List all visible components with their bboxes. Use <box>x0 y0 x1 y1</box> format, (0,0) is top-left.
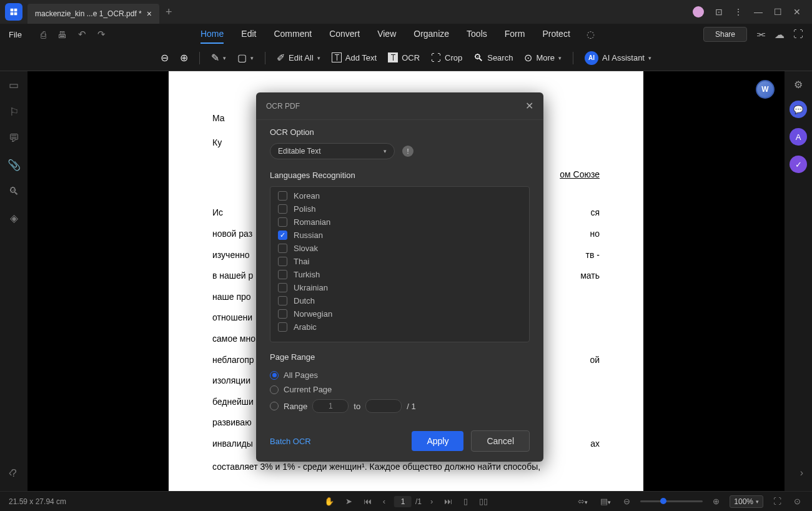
crop-tool[interactable]: ⛶Crop <box>431 52 462 64</box>
zoom-select[interactable]: 100%▾ <box>730 495 763 508</box>
ocr-option-label: OCR Option <box>270 127 530 137</box>
page-number-input[interactable] <box>394 496 412 507</box>
two-page-icon[interactable]: ▯▯ <box>477 495 490 507</box>
current-page-radio[interactable]: Current Page <box>270 382 530 397</box>
link-icon[interactable]: ⫘ <box>756 29 766 40</box>
language-option[interactable]: Dutch <box>270 294 529 307</box>
last-page-icon[interactable]: ⏭ <box>442 495 455 507</box>
range-radio[interactable] <box>270 402 279 410</box>
layers-icon[interactable]: ◈ <box>10 212 18 225</box>
menu-tab-form[interactable]: Form <box>505 25 525 44</box>
fit-width-icon[interactable]: ⬄▾ <box>575 495 590 507</box>
menu-tab-convert[interactable]: Convert <box>329 25 360 44</box>
menu-tab-edit[interactable]: Edit <box>241 25 256 44</box>
ai-chat-icon[interactable]: 💬 <box>790 101 807 118</box>
bookmarks-icon[interactable]: ⚐ <box>9 106 19 119</box>
redo-icon[interactable]: ↷ <box>94 26 109 42</box>
language-option[interactable]: Norwegian <box>270 307 529 320</box>
print-icon[interactable]: 🖶 <box>54 27 71 42</box>
minimize-icon[interactable]: — <box>754 7 763 17</box>
menu-tab-protect[interactable]: Protect <box>542 25 570 44</box>
language-option[interactable]: Slovak <box>270 242 529 255</box>
language-list[interactable]: KoreanPolishRomanianRussianSlovakThaiTur… <box>270 186 530 342</box>
close-window-icon[interactable]: ✕ <box>793 7 801 17</box>
kebab-menu-icon[interactable]: ⋮ <box>734 7 743 17</box>
cloud-icon[interactable]: ☁ <box>775 29 785 41</box>
language-option[interactable]: Russian <box>270 229 529 242</box>
check-icon[interactable]: ✓ <box>790 156 807 173</box>
language-option[interactable]: Arabic <box>270 320 529 334</box>
range-to-input[interactable] <box>365 399 402 413</box>
collapse-right-icon[interactable]: › <box>800 467 803 479</box>
ai-assistant-tool[interactable]: AIAI Assistant▾ <box>585 51 651 65</box>
menu-tab-home[interactable]: Home <box>201 25 224 44</box>
statusbar: 21.59 x 27.94 cm ✋ ➤ ⏮ ‹ /1 › ⏭ ▯ ▯▯ ⬄▾ … <box>0 491 812 511</box>
highlighter-tool[interactable]: ✎▾ <box>211 52 226 64</box>
page-total: /1 <box>415 497 422 506</box>
word-badge-icon[interactable]: W <box>756 80 775 99</box>
menu-tab-comment[interactable]: Comment <box>274 25 312 44</box>
menubar: File ⎙ 🖶 ↶ ↷ HomeEditCommentConvertViewO… <box>0 24 812 45</box>
language-option[interactable]: Romanian <box>270 216 529 229</box>
range-from-input[interactable] <box>312 399 349 413</box>
right-sidebar: ⚙ 💬 A ✓ <box>785 71 812 491</box>
menu-tab-tools[interactable]: Tools <box>467 25 487 44</box>
undo-icon[interactable]: ↶ <box>74 26 90 42</box>
language-option[interactable]: Thai <box>270 255 529 268</box>
page-indicator[interactable]: /1 <box>394 496 422 507</box>
close-dialog-icon[interactable]: ✕ <box>525 100 533 112</box>
zoom-slider[interactable] <box>640 500 703 502</box>
info-icon[interactable]: ! <box>402 146 413 157</box>
single-page-icon[interactable]: ▯ <box>461 495 470 507</box>
more-tool[interactable]: ⊙More▾ <box>524 52 562 64</box>
language-option[interactable]: Polish <box>270 202 529 216</box>
collapse-left-icon[interactable]: ‹ <box>9 467 12 479</box>
close-tab-icon[interactable]: × <box>147 9 152 19</box>
comments-icon[interactable]: 💬︎ <box>9 132 19 145</box>
zoom-in-button[interactable]: ⊕ <box>180 52 188 64</box>
fullscreen-icon[interactable]: ⛶ <box>771 495 784 507</box>
save-icon[interactable]: ⎙ <box>37 27 50 42</box>
zoom-out-button[interactable]: ⊖ <box>161 52 169 64</box>
language-option[interactable]: Ukrainian <box>270 281 529 294</box>
new-tab-button[interactable]: + <box>166 6 172 19</box>
app-logo[interactable] <box>5 3 22 21</box>
language-option[interactable]: Turkish <box>270 268 529 281</box>
next-page-icon[interactable]: › <box>428 495 435 507</box>
cancel-button[interactable]: Cancel <box>471 430 530 452</box>
thumbnails-icon[interactable]: ▭ <box>9 79 19 92</box>
file-menu[interactable]: File <box>9 30 22 39</box>
menu-tab-organize[interactable]: Organize <box>413 25 449 44</box>
maximize-view-icon[interactable]: ⛶ <box>793 29 803 40</box>
zoom-out-icon[interactable]: ⊖ <box>621 495 633 507</box>
select-tool-icon[interactable]: ➤ <box>343 495 355 507</box>
search-tool[interactable]: 🔍︎Search <box>473 52 513 64</box>
first-page-icon[interactable]: ⏮ <box>361 495 374 507</box>
search-panel-icon[interactable]: 🔍︎ <box>9 186 19 198</box>
shape-tool[interactable]: ▢▾ <box>237 52 254 64</box>
zoom-in-icon[interactable]: ⊕ <box>710 495 722 507</box>
edit-all-tool[interactable]: ✐Edit All▾ <box>277 52 320 64</box>
add-text-tool[interactable]: 🅃Add Text <box>332 52 377 64</box>
ocr-option-select[interactable]: Editable Text ▾ <box>270 143 395 159</box>
adjustments-icon[interactable]: ⚙ <box>794 79 803 91</box>
translate-icon[interactable]: A <box>790 128 807 146</box>
menu-tab-view[interactable]: View <box>377 25 396 44</box>
maximize-icon[interactable]: ☐ <box>774 7 782 17</box>
all-pages-radio[interactable]: All Pages <box>270 368 530 382</box>
comment-icon[interactable]: ⊡ <box>715 7 723 17</box>
reading-mode-icon[interactable]: ▤▾ <box>598 495 613 507</box>
lightbulb-icon[interactable]: ◌ <box>583 26 598 42</box>
ocr-tool[interactable]: 🆃OCR <box>388 52 420 64</box>
prev-page-icon[interactable]: ‹ <box>380 495 388 507</box>
hand-tool-icon[interactable]: ✋ <box>322 495 337 507</box>
apply-button[interactable]: Apply <box>412 431 463 451</box>
language-option[interactable]: Korean <box>270 189 529 202</box>
user-avatar[interactable] <box>693 6 704 17</box>
batch-ocr-link[interactable]: Batch OCR <box>270 437 311 446</box>
share-button[interactable]: Share <box>703 27 747 42</box>
separator <box>573 52 573 64</box>
attachments-icon[interactable]: 📎 <box>7 159 21 172</box>
document-tab[interactable]: mackenzie_kin ...e 1_OCR.pdf * × <box>27 4 159 24</box>
settings-icon[interactable]: ⊙ <box>791 495 803 507</box>
